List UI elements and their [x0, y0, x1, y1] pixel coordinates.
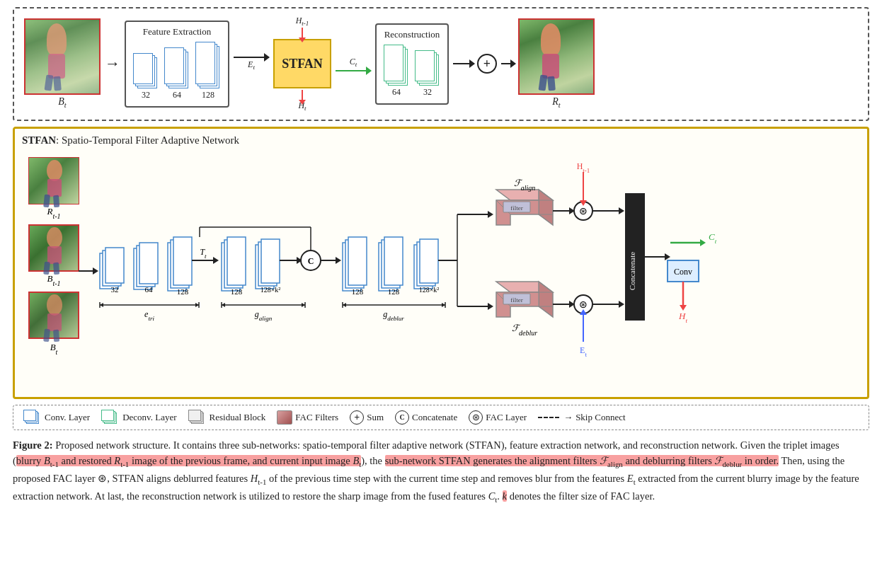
svg-point-2: [47, 160, 62, 181]
svg-rect-10: [47, 246, 62, 264]
legend-conv: Conv. Layer: [23, 410, 90, 425]
svg-rect-25: [105, 248, 124, 283]
legend-concat-label: Concatenate: [412, 412, 457, 423]
fe-layers: 32 64: [133, 42, 221, 100]
svg-marker-73: [488, 303, 493, 310]
input-image: [24, 18, 101, 95]
svg-rect-40: [227, 237, 246, 285]
recon-layer-32: 32: [415, 50, 440, 98]
svg-rect-3: [47, 179, 62, 197]
svg-text:128×k²: 128×k²: [260, 286, 281, 294]
svg-rect-19: [53, 330, 59, 342]
caption-highlight1: blurry Bt-1 and restored Rt-1 image of t…: [16, 455, 361, 466]
svg-marker-120: [680, 305, 687, 311]
legend-deconv-label: Deconv. Layer: [122, 412, 176, 423]
et-arrow-section: Et: [234, 57, 269, 71]
layer-stack-32: [133, 53, 159, 90]
legend: Conv. Layer Deconv. Layer Residual Block…: [13, 405, 869, 430]
ct-arrow-section: Ct: [336, 57, 371, 71]
svg-marker-84: [539, 282, 553, 317]
fac-layer-icon: ⊛: [469, 410, 483, 425]
svg-point-16: [47, 294, 62, 316]
legend-deconv: Deconv. Layer: [101, 410, 176, 425]
svg-text:⊛: ⊛: [579, 299, 588, 310]
stfan-svg: Rt-1 Bt-1 Bt 32: [22, 151, 871, 391]
svg-rect-61: [384, 237, 403, 285]
legend-sum: + Sum: [350, 410, 384, 425]
svg-rect-44: [261, 239, 280, 283]
ht1-label: Ht-1: [296, 16, 309, 27]
svg-marker-113: [665, 253, 670, 260]
arrow-to-plus: [453, 63, 474, 64]
svg-text:etri: etri: [144, 309, 154, 322]
figure-caption: Figure 2: Proposed network structure. It…: [13, 437, 869, 506]
ht-line: [302, 90, 303, 100]
input-label: Bt: [58, 96, 66, 109]
arrow-to-fe: →: [105, 54, 120, 73]
svg-rect-5: [53, 195, 59, 208]
skip-connect-icon: [538, 417, 559, 418]
svg-text:C: C: [308, 256, 314, 266]
svg-text:Ct: Ct: [709, 231, 717, 245]
svg-text:ℱdeblur: ℱdeblur: [512, 323, 537, 337]
top-diagram: Bt → Feature Extraction 32: [13, 7, 869, 121]
svg-marker-100: [619, 207, 624, 214]
fe-layer-32: 32: [133, 53, 159, 100]
caption-highlight2: sub-network STFAN generates the alignmen…: [385, 455, 779, 466]
conv-layer-icon: [23, 410, 42, 425]
fe-layer-64: 64: [164, 47, 190, 100]
residual-block-icon: [188, 410, 207, 425]
svg-text:64: 64: [145, 285, 154, 294]
stfan-bold: STFAN: [22, 134, 56, 146]
recon-num-32: 32: [423, 87, 432, 98]
legend-residual: Residual Block: [188, 410, 266, 425]
stfan-detail-title: STFAN: Spatio-Temporal Filter Adaptive N…: [22, 134, 860, 146]
svg-text:galign: galign: [255, 309, 273, 322]
svg-marker-115: [700, 239, 706, 246]
sum-icon: +: [350, 410, 364, 425]
svg-text:filter: filter: [510, 204, 523, 212]
fe-title: Feature Extraction: [143, 26, 211, 38]
deconv-layer-icon: [101, 410, 120, 425]
output-label: Rt: [552, 96, 560, 109]
svg-text:Ht-1: Ht-1: [577, 161, 590, 174]
svg-rect-17: [47, 313, 62, 331]
et-arrow: [234, 57, 269, 58]
svg-text:Et: Et: [580, 345, 587, 358]
stfan-central: Ht-1 STFAN Ht: [273, 16, 331, 113]
fe-num-32: 32: [142, 90, 150, 100]
legend-skip: → Skip Connect: [538, 412, 625, 423]
svg-text:Rt-1: Rt-1: [46, 206, 60, 220]
output-image-section: Rt: [518, 18, 595, 109]
legend-concatenate: C Concatenate: [395, 410, 457, 425]
deconv-stack-64: [384, 45, 409, 87]
svg-text:128: 128: [388, 287, 400, 296]
reconstruction-box: Reconstruction 64: [375, 23, 449, 105]
svg-rect-12: [53, 263, 59, 275]
svg-marker-75: [539, 190, 553, 225]
plus-circle: +: [477, 54, 497, 74]
svg-text:128×k²: 128×k²: [419, 286, 440, 294]
ct-label: Ct: [350, 57, 357, 68]
layer-stack-128: [195, 42, 221, 90]
svg-text:Ht: Ht: [678, 311, 687, 324]
deconv-stack-32: [415, 50, 440, 87]
svg-text:128: 128: [231, 287, 243, 296]
ht1-arrow: Ht-1: [296, 16, 309, 38]
caption-text4: denotes the filter size of FAC layer.: [507, 490, 655, 502]
svg-marker-22: [93, 267, 98, 275]
stfan-detail-diagram: STFAN: Spatio-Temporal Filter Adaptive N…: [13, 127, 869, 399]
caption-text2: ), the: [361, 455, 384, 466]
recon-layer-64: 64: [384, 45, 409, 98]
svg-text:128: 128: [352, 287, 364, 296]
arrow-to-output: [501, 63, 515, 64]
legend-conv-label: Conv. Layer: [45, 412, 90, 423]
svg-rect-33: [173, 237, 192, 285]
svg-text:Conv: Conv: [674, 267, 692, 277]
svg-text:Bt: Bt: [50, 342, 58, 356]
recon-layers: 64 32: [384, 45, 440, 98]
feature-extraction-box: Feature Extraction 32: [125, 21, 229, 108]
fe-layer-128: 128: [195, 42, 221, 100]
svg-rect-29: [139, 243, 158, 284]
svg-text:Bt-1: Bt-1: [47, 273, 60, 287]
